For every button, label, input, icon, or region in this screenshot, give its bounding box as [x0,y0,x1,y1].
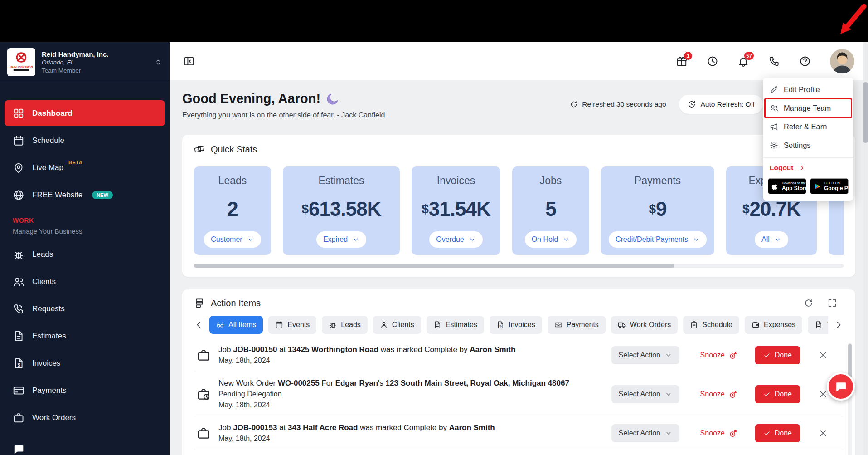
tab-invoices[interactable]: $Invoices [490,316,542,334]
menu-item-logout[interactable]: Logout [763,158,853,174]
tiles-scrollbar-thumb[interactable] [194,264,674,268]
rewards-button[interactable]: 1 [676,55,688,67]
row-close-icon[interactable] [818,428,828,438]
tabs-scroll-left-icon[interactable] [194,320,204,330]
refresh-list-icon[interactable] [804,298,814,308]
calls-button[interactable] [768,55,780,67]
expand-icon[interactable] [827,298,837,308]
sidebar-item-free-website[interactable]: FREE WebsiteNEW [5,182,165,208]
user-avatar[interactable] [830,49,854,73]
doc-icon [433,321,441,329]
sidebar-item-schedule[interactable]: Schedule [5,127,165,153]
sidebar-item-requests[interactable]: Requests [5,296,165,322]
row-close-icon[interactable] [818,350,828,360]
tab-all-items[interactable]: All Items [209,316,263,334]
menu-item-refer-earn[interactable]: Refer & Earn [763,117,853,136]
apple-icon [771,183,779,190]
select-action-cell: Select Action [607,424,684,442]
tab-clients[interactable]: Clients [373,316,421,334]
row-select-action-dropdown[interactable]: Select Action [611,385,680,403]
row-close-icon[interactable] [818,389,828,399]
chevron-down-icon [563,236,570,243]
svg-text:$: $ [499,324,501,328]
stat-tile-value: 5 [545,198,556,220]
select-action-label: Select Action [619,429,661,437]
google-play-badge[interactable]: GET IT ON Google Play [810,178,849,194]
stat-tile-filter-dropdown[interactable]: On Hold [525,231,577,248]
sidebar-item-clients[interactable]: Clients [5,269,165,294]
row-snooze-button[interactable]: Snooze [692,428,747,438]
company-logo: REIDHANDYMAN [7,48,35,76]
action-items-scrollbar[interactable] [848,343,852,455]
row-select-action-dropdown[interactable]: Select Action [611,346,680,364]
row-select-action-dropdown[interactable]: Select Action [611,424,680,442]
tabs-scroll-right-icon[interactable] [834,320,844,330]
chevron-down-icon [352,236,359,243]
action-item-row: New Work Order WO-000255 For Edgar Ryan'… [194,372,844,416]
tab-schedule[interactable]: Schedule [683,316,739,334]
stat-tile-filter-dropdown[interactable]: Credit/Debit Payments [609,231,707,248]
stat-tile-filter-dropdown[interactable]: Overdue [429,231,482,248]
sidebar-item-dashboard[interactable]: Dashboard [5,100,165,126]
tab-estimates[interactable]: Estimates [427,316,484,334]
auto-refresh-toggle[interactable]: Auto Refresh: Off [679,95,763,114]
row-snooze-button[interactable]: Snooze [692,389,747,399]
row-done-button[interactable]: Done [755,385,800,403]
page-scrollbar[interactable] [863,42,868,455]
sidebar-item-leads[interactable]: Leads [5,241,165,267]
sidebar-item-payments[interactable]: Payments [5,377,165,403]
profile-dropdown-menu: Edit ProfileManage TeamRefer & EarnSetti… [763,78,853,201]
sidebar-item-label: Schedule [32,136,64,145]
sidebar-item-estimates[interactable]: Estimates [5,323,165,349]
time-clock-button[interactable] [707,55,718,67]
done-label: Done [775,390,792,398]
page-scrollbar-thumb[interactable] [863,82,868,143]
help-button[interactable] [799,55,811,67]
tab-events[interactable]: Events [268,316,316,334]
action-items-header: Action Items [194,298,844,308]
row-done-button[interactable]: Done [755,346,800,364]
menu-item-settings[interactable]: Settings [763,136,853,155]
auto-refresh-label: Auto Refresh: Off [701,100,755,108]
tab-leads[interactable]: Leads [322,316,368,334]
chevron-down-icon [665,391,672,398]
menu-item-manage-team[interactable]: Manage Team [763,99,853,117]
sidebar-item-work-orders[interactable]: Work Orders [5,405,165,431]
tab-payments[interactable]: Payments [548,316,606,334]
app-store-line2: App Store [782,186,803,191]
clock-icon [707,55,718,67]
chat-fab[interactable] [827,372,855,401]
tab-t[interactable]: T [808,316,828,334]
sidebar-item-invoices[interactable]: $Invoices [5,350,165,376]
menu-item-edit-profile[interactable]: Edit Profile [763,80,853,99]
app-store-badge[interactable]: Download on the App Store [768,178,806,194]
filter-label: Customer [211,235,242,244]
tiles-scrollbar[interactable] [194,264,844,268]
sidebar-item-partial[interactable] [5,436,165,455]
users-icon [770,104,778,113]
stat-tile-filter-dropdown[interactable]: All [755,231,788,248]
menu-item-label: Refer & Earn [784,122,827,131]
action-item-line1: Job JOB-000150 at 13425 Worthington Road… [218,344,599,355]
stat-tile-filter-dropdown[interactable]: Customer [204,231,261,248]
select-action-label: Select Action [619,351,661,359]
stat-tile-filter-dropdown[interactable]: Expired [316,231,366,248]
tab-label: All Items [228,321,256,329]
sidebar-item-label: Estimates [32,332,66,341]
doc-icon [13,330,24,342]
tab-work-orders[interactable]: Work Orders [611,316,678,334]
sidebar: REIDHANDYMAN Reid Handyman, Inc. Orlando… [0,42,170,455]
action-item-line1: Job JOB-000153 at 343 Half Acre Road was… [218,422,599,433]
quick-stats-header: Quick Stats [194,144,844,155]
sidebar-item-label: Payments [32,386,67,395]
notifications-button[interactable]: 57 [737,55,749,67]
row-done-button[interactable]: Done [755,424,800,442]
company-switcher[interactable]: REIDHANDYMAN Reid Handyman, Inc. Orlando… [0,42,170,82]
snooze-label: Snooze [700,390,725,398]
row-snooze-button[interactable]: Snooze [692,350,747,360]
sidebar-item-live-map[interactable]: Live MapBETA [5,155,165,181]
collapse-sidebar-icon[interactable] [183,55,195,67]
sidebar-item-label: Leads [32,250,53,259]
tab-expenses[interactable]: Expenses [745,316,802,334]
card-icon [13,385,24,396]
